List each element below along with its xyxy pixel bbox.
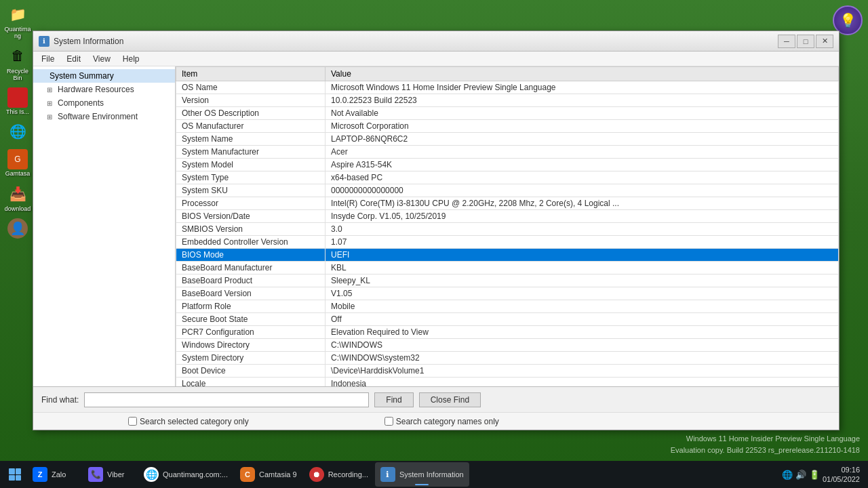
search-names-label: Search category names only	[396, 417, 499, 426]
find-button[interactable]: Find	[374, 392, 413, 407]
table-cell-item: System Model	[176, 159, 326, 171]
avatar-icon: 👤	[7, 218, 28, 239]
table-row[interactable]: OS ManufacturerMicrosoft Corporation	[176, 120, 839, 133]
camtasia-label: Camtasia 9	[259, 470, 297, 479]
table-row[interactable]: ProcessorIntel(R) Core(TM) i3-8130U CPU …	[176, 197, 839, 210]
taskbar-app-chrome[interactable]: 🌐 Quantimang.com:...	[138, 462, 233, 487]
table-cell-item: Platform Role	[176, 300, 326, 313]
search-names-checkbox-label[interactable]: Search category names only	[384, 417, 499, 426]
taskbar-app-recording[interactable]: ⏺ Recording...	[304, 462, 374, 487]
maximize-button[interactable]: □	[797, 35, 814, 48]
menu-view[interactable]: View	[87, 53, 116, 65]
table-cell-value: Indonesia	[326, 378, 839, 387]
table-row[interactable]: Embedded Controller Version1.07	[176, 236, 839, 249]
desktop: 📁 Quantimang 🗑 Recycle Bin This Is... 🌐 …	[0, 0, 868, 488]
sidebar-item-system-summary[interactable]: System Summary	[33, 69, 175, 83]
table-row[interactable]: System NameLAPTOP-86NQR6C2	[176, 133, 839, 146]
expand-components-icon: ⊞	[47, 100, 55, 107]
menu-file[interactable]: File	[36, 53, 60, 65]
table-cell-value: KBL	[326, 262, 839, 274]
table-row[interactable]: Secure Boot StateOff	[176, 313, 839, 326]
table-row[interactable]: SMBIOS Version3.0	[176, 223, 839, 236]
download-icon: 📥	[7, 183, 28, 205]
table-cell-item: PCR7 Configuration	[176, 326, 326, 339]
volume-tray-icon: 🔊	[795, 470, 806, 480]
table-cell-item: OS Manufacturer	[176, 120, 326, 133]
table-row[interactable]: BaseBoard ProductSleepy_KL	[176, 274, 839, 287]
table-row[interactable]: BIOS ModeUEFI	[176, 249, 839, 262]
viber-icon: 📞	[88, 467, 103, 482]
table-row[interactable]: BIOS Version/DateInsyde Corp. V1.05, 10/…	[176, 210, 839, 223]
desktop-icon-download[interactable]: 📥 download	[3, 183, 32, 213]
close-find-button[interactable]: Close Find	[419, 392, 481, 407]
zalo-icon: Z	[33, 467, 47, 482]
app1-icon	[7, 87, 28, 108]
chrome-taskbar-label: Quantimang.com:...	[163, 470, 228, 479]
close-button[interactable]: ✕	[816, 35, 833, 48]
data-table: Item Value OS NameMicrosoft Windows 11 H…	[176, 66, 839, 386]
table-row[interactable]: Platform RoleMobile	[176, 300, 839, 313]
table-cell-value: 0000000000000000	[326, 184, 839, 197]
table-row[interactable]: System SKU0000000000000000	[176, 184, 839, 197]
table-cell-value: Intel(R) Core(TM) i3-8130U CPU @ 2.20GHz…	[326, 197, 839, 210]
desktop-icon-app1[interactable]: This Is...	[3, 87, 32, 116]
table-row[interactable]: Windows DirectoryC:\WINDOWS	[176, 339, 839, 352]
table-cell-item: System Type	[176, 171, 326, 184]
table-row[interactable]: Version10.0.22523 Build 22523	[176, 94, 839, 107]
download-label: download	[5, 206, 31, 213]
desktop-icon-folder[interactable]: 📁 Quantimang	[3, 3, 32, 40]
desktop-icon-chrome[interactable]: 🌐	[3, 121, 32, 144]
taskbar-apps: Z Zalo 📞 Viber 🌐 Quantimang.com:... C Ca…	[27, 462, 776, 487]
desktop-icon-recycle[interactable]: 🗑 Recycle Bin	[3, 45, 32, 82]
sidebar-label-hardware: Hardware Resources	[58, 85, 134, 94]
taskbar-app-sysinfo[interactable]: ℹ System Information	[375, 462, 469, 487]
menu-edit[interactable]: Edit	[61, 53, 86, 65]
search-names-checkbox[interactable]	[384, 417, 393, 426]
find-input[interactable]	[84, 392, 369, 407]
taskbar-app-viber[interactable]: 📞 Viber	[83, 462, 137, 487]
app1-label: This Is...	[6, 109, 29, 116]
table-cell-item: Boot Device	[176, 365, 326, 378]
table-row[interactable]: System Typex64-based PC	[176, 171, 839, 184]
taskbar-app-zalo[interactable]: Z Zalo	[27, 462, 81, 487]
table-cell-item: System Name	[176, 133, 326, 146]
table-cell-item: System SKU	[176, 184, 326, 197]
desktop-icon-avatar[interactable]: 👤	[3, 218, 32, 240]
windows-logo-icon	[9, 468, 21, 481]
start-button[interactable]	[3, 462, 27, 487]
recording-label: Recording...	[328, 470, 368, 479]
table-row[interactable]: Other OS DescriptionNot Available	[176, 107, 839, 120]
table-cell-value: V1.05	[326, 287, 839, 300]
sidebar-label-software: Software Environment	[58, 112, 138, 121]
table-row[interactable]: LocaleIndonesia	[176, 378, 839, 387]
table-row[interactable]: OS NameMicrosoft Windows 11 Home Insider…	[176, 81, 839, 94]
table-row[interactable]: System ModelAspire A315-54K	[176, 159, 839, 171]
table-row[interactable]: BaseBoard ManufacturerKBL	[176, 262, 839, 274]
sidebar-item-hardware[interactable]: ⊞ Hardware Resources	[33, 83, 175, 96]
system-tray: 🌐 🔊 🔋 09:16 01/05/2022	[776, 465, 865, 485]
taskbar-app-camtasia[interactable]: C Camtasia 9	[235, 462, 302, 487]
sidebar-item-components[interactable]: ⊞ Components	[33, 96, 175, 110]
table-row[interactable]: System ManufacturerAcer	[176, 146, 839, 159]
search-selected-checkbox[interactable]	[128, 417, 137, 426]
table-row[interactable]: PCR7 ConfigurationElevation Required to …	[176, 326, 839, 339]
table-row[interactable]: Boot Device\Device\HarddiskVolume1	[176, 365, 839, 378]
table-cell-item: Locale	[176, 378, 326, 387]
minimize-button[interactable]: ─	[778, 35, 795, 48]
expand-software-icon: ⊞	[47, 113, 55, 121]
desktop-icon-gamtasa[interactable]: G Gamtasa	[3, 149, 32, 178]
recording-icon: ⏺	[309, 467, 324, 482]
table-row[interactable]: BaseBoard VersionV1.05	[176, 287, 839, 300]
tray-clock[interactable]: 09:16 01/05/2022	[823, 465, 860, 485]
battery-tray-icon: 🔋	[809, 470, 820, 480]
windows-watermark: Windows 11 Home Insider Preview Single L…	[671, 433, 860, 455]
table-cell-item: BaseBoard Manufacturer	[176, 262, 326, 274]
sysinfo-taskbar-icon: ℹ	[380, 467, 395, 482]
table-row[interactable]: System DirectoryC:\WINDOWS\system32	[176, 352, 839, 365]
sidebar-item-software[interactable]: ⊞ Software Environment	[33, 110, 175, 123]
window-icon: ℹ	[39, 36, 50, 47]
table-cell-value: Microsoft Windows 11 Home Insider Previe…	[326, 81, 839, 94]
window-title: System Information	[54, 37, 774, 46]
search-selected-checkbox-label[interactable]: Search selected category only	[128, 417, 249, 426]
menu-help[interactable]: Help	[117, 53, 145, 65]
